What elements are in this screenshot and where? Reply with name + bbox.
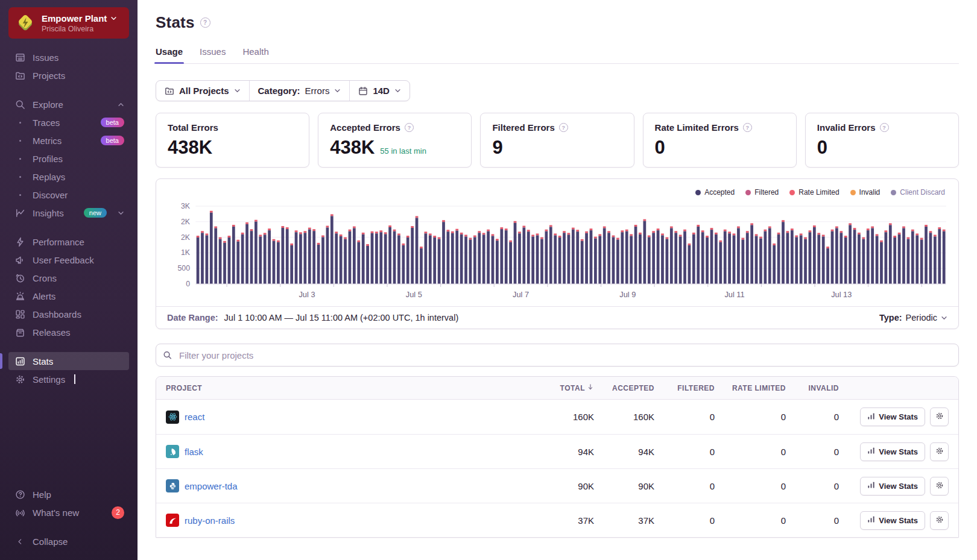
chart-bar-cap — [478, 231, 481, 233]
chart-bar — [648, 238, 651, 285]
sidebar-item-profiles[interactable]: Profiles — [8, 149, 129, 168]
sidebar-footer: HelpWhat's new2Collapse — [8, 485, 129, 550]
chart-bar-cap — [813, 225, 816, 227]
x-axis-label: Jul 13 — [831, 291, 852, 299]
sidebar-item-traces[interactable]: Tracesbeta — [8, 113, 129, 131]
chart-bar-cap — [679, 234, 682, 236]
page-help-icon[interactable]: ? — [200, 17, 210, 28]
column-header-total[interactable]: TOTAL — [534, 383, 594, 392]
sidebar-item-stats[interactable]: Stats — [8, 352, 129, 370]
sidebar-item-metrics[interactable]: Metricsbeta — [8, 131, 129, 149]
chart-bar-cap — [885, 230, 888, 232]
view-stats-button[interactable]: View Stats — [860, 442, 925, 461]
column-header-filtered[interactable]: FILTERED — [654, 384, 715, 392]
mini-bars-icon — [867, 412, 875, 422]
sidebar-item-settings[interactable]: Settings — [8, 370, 129, 388]
legend-item-filtered[interactable]: Filtered — [745, 188, 779, 197]
column-header-invalid[interactable]: INVALID — [786, 384, 839, 392]
projects-table: PROJECTTOTALACCEPTEDFILTEREDRATE LIMITED… — [156, 376, 959, 538]
chart-bar-cap — [214, 227, 217, 228]
legend-item-accepted[interactable]: Accepted — [695, 188, 735, 197]
sidebar-item-collapse[interactable]: Collapse — [8, 532, 129, 550]
chevron-up-icon[interactable] — [118, 101, 124, 108]
org-switcher[interactable]: Empower Plant Priscila Oliveira — [8, 7, 129, 39]
type-selector[interactable]: Type: Periodic — [879, 313, 947, 322]
sidebar-item-issues[interactable]: Issues — [8, 48, 129, 66]
view-stats-button[interactable]: View Stats — [860, 407, 925, 426]
chart-bar — [487, 231, 490, 284]
view-stats-button[interactable]: View Stats — [860, 511, 925, 530]
project-settings-button[interactable] — [930, 442, 949, 461]
cell-invalid: 0 — [786, 515, 839, 526]
sidebar-item-releases[interactable]: Releases — [8, 323, 129, 341]
legend-item-invalid[interactable]: Invalid — [850, 188, 881, 197]
tab-usage[interactable]: Usage — [156, 46, 183, 63]
chart-bar — [353, 228, 356, 284]
chart-bar — [442, 222, 445, 284]
project-link[interactable]: react — [185, 412, 204, 422]
chevron-down-icon[interactable] — [118, 210, 124, 216]
stat-card-extra: 55 in last min — [380, 146, 426, 156]
category-selector[interactable]: Category: Errors — [249, 81, 350, 101]
sidebar-item-performance[interactable]: Performance — [8, 233, 129, 251]
chart-bar — [625, 231, 628, 284]
column-header-project[interactable]: PROJECT — [166, 384, 534, 392]
chart-bar-cap — [236, 240, 239, 242]
chart-bar-cap — [464, 234, 467, 236]
sidebar-item-whats-new[interactable]: What's new2 — [8, 503, 129, 521]
project-selector[interactable]: All Projects — [156, 81, 249, 101]
stat-card-value: 9 — [492, 138, 502, 157]
project-link[interactable]: flask — [185, 447, 203, 457]
project-settings-button[interactable] — [930, 477, 949, 496]
chart-bar-cap — [402, 244, 405, 245]
tab-health[interactable]: Health — [242, 46, 268, 63]
tab-issues[interactable]: Issues — [200, 46, 226, 63]
chart-bar — [223, 243, 226, 284]
date-range-selector[interactable]: 14D — [349, 81, 409, 101]
legend-item-client-discard[interactable]: Client Discard — [891, 188, 945, 197]
chart-bar-cap — [750, 223, 753, 225]
sidebar-item-help[interactable]: Help — [8, 485, 129, 503]
chart-bar-cap — [312, 229, 315, 231]
project-link[interactable]: ruby-on-rails — [185, 515, 235, 526]
filter-projects-input[interactable] — [156, 344, 959, 367]
legend-label: Filtered — [754, 188, 779, 197]
help-icon[interactable]: ? — [405, 123, 414, 132]
help-icon[interactable]: ? — [743, 123, 752, 132]
help-icon — [14, 489, 25, 500]
project-settings-button[interactable] — [930, 511, 949, 530]
bullet-icon — [14, 158, 25, 160]
chart-bar — [451, 233, 454, 284]
sidebar-item-crons[interactable]: Crons — [8, 269, 129, 287]
chart-bar-cap — [219, 238, 222, 239]
chart-bar — [885, 232, 888, 284]
svg-text:3K: 3K — [181, 203, 190, 210]
chart-bar — [492, 236, 495, 284]
sidebar-item-discover[interactable]: Discover — [8, 186, 129, 204]
sidebar-item-replays[interactable]: Replays — [8, 168, 129, 186]
column-header-rate-limited[interactable]: RATE LIMITED — [715, 384, 786, 392]
chart-bar — [639, 234, 642, 284]
help-icon[interactable]: ? — [880, 123, 889, 132]
legend-item-rate-limited[interactable]: Rate Limited — [789, 188, 839, 197]
chart-bar — [286, 229, 289, 284]
rails-platform-icon — [166, 514, 179, 527]
sidebar-item-projects[interactable]: Projects — [8, 66, 129, 84]
project-settings-button[interactable] — [930, 407, 949, 426]
sidebar-item-label: Explore — [33, 99, 63, 110]
project-link[interactable]: empower-tda — [185, 481, 238, 491]
chart-bar-cap — [800, 233, 803, 235]
sidebar-item-alerts[interactable]: Alerts — [8, 287, 129, 305]
help-icon[interactable]: ? — [559, 123, 568, 132]
chart-bar-cap — [759, 237, 762, 239]
sidebar-item-dashboards[interactable]: Dashboards — [8, 305, 129, 323]
chart-bar-cap — [326, 226, 329, 228]
sidebar-item-insights[interactable]: Insightsnew — [8, 204, 129, 222]
cell-accepted: 160K — [594, 412, 654, 422]
view-stats-button[interactable]: View Stats — [860, 477, 925, 496]
chart-bar — [416, 218, 419, 284]
column-header-accepted[interactable]: ACCEPTED — [594, 384, 654, 392]
sidebar-item-label: Insights — [33, 208, 64, 218]
sidebar-item-user-feedback[interactable]: User Feedback — [8, 251, 129, 269]
sidebar-item-explore[interactable]: Explore — [8, 95, 129, 113]
